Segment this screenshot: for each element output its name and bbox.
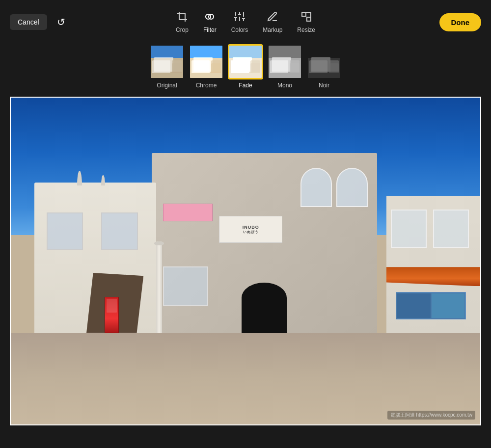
window-lower-1 (163, 266, 208, 306)
window-left-2 (101, 212, 138, 250)
cancel-button[interactable]: Cancel (10, 14, 47, 30)
filter-icon (204, 11, 216, 25)
sign-inubo: INUBO いぬぼう (219, 216, 282, 243)
filter-row: Original Chrome Fade Mono (0, 44, 491, 95)
window-right-1 (391, 210, 427, 248)
toolbar-left: Cancel ↺ (10, 14, 70, 30)
filter-noir-label: Noir (319, 82, 329, 89)
watermark: 電腦王阿達 https://www.kocpc.com.tw (387, 411, 475, 420)
markup-label: Markup (263, 26, 282, 33)
tool-filter[interactable]: Filter (203, 11, 217, 33)
filter-mono[interactable]: Mono (267, 44, 302, 89)
awning (386, 267, 480, 286)
colors-label: Colors (231, 26, 248, 33)
window-right-2 (433, 210, 469, 248)
filter-original[interactable]: Original (149, 44, 185, 89)
filter-label: Filter (203, 26, 217, 33)
svg-rect-11 (302, 12, 306, 16)
filter-mono-thumb (267, 44, 302, 79)
window-arch-1 (300, 168, 332, 208)
filter-chrome-thumb (189, 44, 224, 79)
monument-pole (156, 241, 162, 333)
svg-rect-12 (307, 17, 311, 21)
colors-icon (234, 11, 246, 25)
filter-original-thumb (149, 44, 185, 79)
history-icon: ↺ (57, 16, 65, 28)
filter-chrome-label: Chrome (196, 82, 217, 89)
tool-colors[interactable]: Colors (231, 11, 248, 33)
filter-noir[interactable]: Noir (306, 44, 342, 89)
filter-fade-label: Fade (239, 82, 252, 89)
markup-icon (267, 11, 278, 25)
building-left (34, 183, 157, 333)
window-left-1 (47, 212, 83, 250)
info-board (396, 292, 466, 319)
resize-icon (300, 11, 312, 25)
window-arch-2 (336, 168, 368, 208)
toolbar-tools: Crop Filter Colors (176, 11, 315, 33)
filter-noir-thumb (306, 44, 342, 79)
tool-markup[interactable]: Markup (263, 11, 282, 33)
arch-entrance (242, 283, 287, 333)
filter-fade-thumb (228, 44, 263, 79)
filter-original-label: Original (157, 82, 177, 89)
main-image: INUBO いぬぼう (10, 97, 481, 425)
filter-fade[interactable]: Fade (228, 44, 263, 89)
building-main: INUBO いぬぼう (152, 153, 377, 333)
toolbar: Cancel ↺ Crop Filter (0, 0, 491, 44)
image-wrapper: INUBO いぬぼう (10, 95, 481, 425)
crop-icon (176, 11, 188, 25)
vending-machine (105, 297, 119, 333)
crop-label: Crop (176, 26, 189, 33)
photo-background: INUBO いぬぼう (11, 98, 480, 424)
filter-chrome[interactable]: Chrome (189, 44, 224, 89)
building-right (386, 196, 480, 333)
done-button[interactable]: Done (439, 13, 482, 31)
history-button[interactable]: ↺ (53, 14, 70, 30)
filter-mono-label: Mono (277, 82, 292, 89)
resize-label: Resize (297, 26, 315, 33)
toolbar-right: Done (439, 13, 482, 31)
tool-crop[interactable]: Crop (176, 11, 189, 33)
tool-resize[interactable]: Resize (297, 11, 315, 33)
sign-pink (163, 204, 213, 222)
